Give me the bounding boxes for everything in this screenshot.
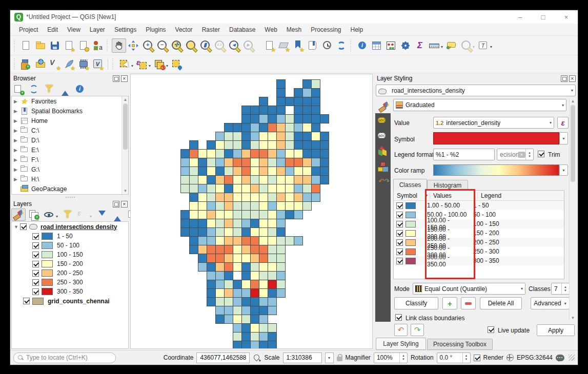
trim-checkbox[interactable]: [538, 151, 544, 157]
class-checkbox[interactable]: [396, 212, 403, 218]
layer-properties-button[interactable]: [73, 83, 87, 95]
expand-icon[interactable]: [14, 109, 20, 114]
mode-combo[interactable]: Equal Count (Quantile): [413, 283, 525, 295]
open-attribute-table-button[interactable]: [370, 38, 384, 53]
toolbar-grip[interactable]: [350, 40, 354, 51]
menu-project[interactable]: Project: [14, 25, 43, 35]
close-button[interactable]: ×: [555, 10, 578, 24]
classes-table-row[interactable]: 1.00 - 50.001 - 50: [394, 201, 564, 210]
class-legend[interactable]: 250 - 300: [469, 248, 564, 255]
class-color-swatch[interactable]: [405, 202, 416, 209]
undo-button[interactable]: ↶: [394, 324, 408, 336]
classes-table-row[interactable]: 150.00 - 200.00150 - 200: [394, 228, 564, 238]
layer-selector-combo[interactable]: road_intersections_density: [376, 85, 576, 96]
classes-table-row[interactable]: 50.00 - 100.0050 - 100: [394, 210, 564, 219]
text-annotation-button[interactable]: [476, 38, 494, 53]
pan-map-button[interactable]: [112, 38, 126, 53]
spinner-arrows-icon[interactable]: [399, 353, 407, 363]
chevron-down-icon[interactable]: [441, 45, 443, 49]
browser-item-home[interactable]: Home: [12, 116, 128, 126]
tab-histogram[interactable]: Histogram: [427, 180, 468, 191]
zoom-next-button[interactable]: [241, 38, 255, 53]
classes-table-row[interactable]: 250.00 - 300.00250 - 300: [394, 247, 564, 256]
collapse-all-button[interactable]: [57, 83, 72, 95]
locate-search-input[interactable]: Type to locate (Ctrl+K): [13, 352, 116, 363]
menu-vector[interactable]: Vector: [171, 25, 197, 35]
new-project-button[interactable]: [19, 38, 33, 53]
browser-item-h[interactable]: H:\: [12, 174, 128, 184]
new-map-view-button[interactable]: ★: [262, 38, 277, 53]
class-color-swatch[interactable]: [405, 248, 416, 255]
float-panel-icon[interactable]: [113, 75, 119, 82]
zoom-to-layer-button[interactable]: [198, 38, 212, 53]
color-ramp-dropdown-button[interactable]: [559, 164, 568, 176]
crs-value[interactable]: EPSG:32644: [517, 354, 553, 361]
browser-item-favorites[interactable]: Favorites: [12, 96, 128, 106]
class-checkbox[interactable]: [396, 248, 403, 255]
menu-database[interactable]: Database: [225, 25, 260, 35]
expand-icon[interactable]: [14, 167, 20, 172]
advanced-button[interactable]: Advanced: [531, 297, 570, 309]
class-checkbox[interactable]: [32, 261, 39, 267]
zoom-out-button[interactable]: [155, 38, 169, 53]
add-class-button[interactable]: +: [442, 297, 457, 309]
styling-tab-symbology[interactable]: [375, 98, 391, 113]
layer-checkbox[interactable]: [20, 223, 27, 230]
new-spatial-bookmark-button[interactable]: ★: [291, 38, 306, 53]
classes-table-row[interactable]: 100.00 - 150.00100 - 150: [394, 219, 564, 228]
spinner-arrows-icon[interactable]: [525, 149, 533, 160]
styling-tab-history[interactable]: [375, 175, 391, 190]
filter-browser-button[interactable]: [42, 83, 56, 95]
class-checkbox[interactable]: [32, 279, 39, 286]
expand-icon[interactable]: [14, 99, 20, 104]
manage-map-themes-button[interactable]: [42, 209, 59, 221]
expand-icon[interactable]: [14, 224, 20, 230]
classes-table-header[interactable]: Symbol Values Legend: [394, 191, 564, 201]
style-manager-button[interactable]: a: [91, 38, 105, 53]
legend-class-item[interactable]: 200 - 250: [12, 268, 128, 278]
class-values[interactable]: 1.00 - 50.00: [420, 202, 469, 209]
pan-to-selection-button[interactable]: [126, 38, 140, 53]
expand-icon[interactable]: [14, 177, 20, 182]
browser-item-d[interactable]: D:\: [12, 135, 128, 145]
class-checkbox[interactable]: [32, 288, 39, 295]
spinner-arrows-icon[interactable]: [561, 283, 569, 294]
layer-checkbox[interactable]: [23, 298, 30, 304]
rotation-spinner[interactable]: 0.0 °: [437, 352, 471, 363]
expand-icon[interactable]: [14, 157, 20, 162]
legend-class-item[interactable]: 50 - 100: [12, 241, 128, 250]
browser-item-e[interactable]: E:\: [12, 145, 128, 155]
deselect-features-button[interactable]: [152, 57, 170, 71]
class-checkbox[interactable]: [396, 230, 403, 237]
class-legend[interactable]: 200 - 250: [469, 239, 564, 246]
classes-count-spinner[interactable]: 7: [551, 283, 570, 295]
coordinate-value-box[interactable]: 436077,1462588: [196, 352, 250, 363]
classes-table-row[interactable]: 300.00 - 350.00300 - 350: [394, 256, 564, 265]
class-checkbox[interactable]: [396, 258, 403, 264]
class-legend[interactable]: 300 - 350: [469, 257, 564, 264]
class-checkbox[interactable]: [32, 270, 39, 277]
toolbar-grip[interactable]: [14, 40, 17, 51]
apply-button[interactable]: Apply: [537, 324, 575, 336]
delete-all-button[interactable]: Delete All: [480, 297, 522, 309]
float-panel-icon[interactable]: [113, 201, 119, 207]
open-layer-styling-button[interactable]: [11, 209, 26, 221]
symbol-preview[interactable]: [433, 132, 559, 144]
menu-view[interactable]: View: [63, 25, 85, 35]
class-checkbox[interactable]: [32, 233, 39, 240]
select-by-value-button[interactable]: [170, 57, 184, 71]
class-color-swatch[interactable]: [405, 221, 416, 227]
zoom-in-button[interactable]: [140, 38, 155, 53]
legend-class-item[interactable]: 300 - 350: [12, 287, 128, 296]
filter-legend-button[interactable]: [60, 209, 75, 221]
renderer-combo[interactable]: Graduated: [393, 99, 566, 111]
spinner-arrows-icon[interactable]: [462, 353, 470, 363]
mouse-tracking-icon[interactable]: [253, 354, 261, 362]
chevron-down-icon[interactable]: [490, 45, 492, 49]
minimize-button[interactable]: –: [509, 10, 532, 24]
class-legend[interactable]: 50 - 100: [469, 211, 564, 218]
column-header-symbol[interactable]: Symbol: [394, 192, 425, 199]
temporal-controller-button[interactable]: [320, 38, 334, 53]
legend-class-item[interactable]: 250 - 300: [12, 278, 128, 287]
legend-class-item[interactable]: 100 - 150: [12, 250, 128, 259]
